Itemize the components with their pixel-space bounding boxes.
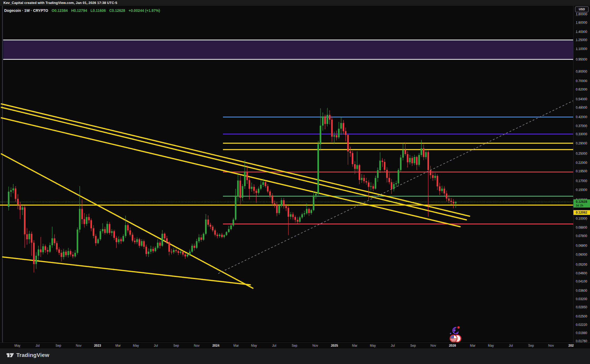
price-tick-label: 0.06800 xyxy=(576,244,587,247)
chart-plot[interactable]: Dogecoin · 1W · CRYPTO O0.12384 H0.12794… xyxy=(0,6,573,342)
time-tick-month: Nov xyxy=(71,344,86,347)
price-tick-label: 0.01980 xyxy=(576,331,587,335)
ohlc-open: O0.12384 xyxy=(52,8,68,13)
tradingview-chart-window: Kev_Capital created with TradingView.com… xyxy=(0,0,590,364)
time-tick-year: 2026 xyxy=(445,344,460,347)
time-tick-year: 2025 xyxy=(327,344,342,347)
time-tick-month: May xyxy=(484,344,498,347)
tradingview-logo-icon xyxy=(6,352,14,358)
price-tick-label: 0.08800 xyxy=(576,226,587,229)
time-tick-month: Jul xyxy=(385,344,400,347)
price-tick-label: 0.22000 xyxy=(576,161,587,165)
price-axis[interactable]: USD 1.800001.600001.400001.250001.100000… xyxy=(573,6,590,342)
time-tick-month: Jul xyxy=(267,344,282,347)
price-tick-label: 0.37000 xyxy=(576,124,587,128)
time-tick-month: Mar xyxy=(111,344,125,347)
ohlc-high: H0.12794 xyxy=(71,8,87,13)
candlestick-canvas[interactable] xyxy=(0,6,573,342)
time-tick-month: Nov xyxy=(544,344,558,347)
price-tick-label: 1.60000 xyxy=(576,21,587,24)
time-tick-year: 2023 xyxy=(90,344,105,347)
ohlc-change: +0.00244 (+1.97%) xyxy=(129,8,160,13)
price-tick-label: 0.01760 xyxy=(576,339,587,343)
time-tick-month: Sep xyxy=(169,344,184,347)
us-flag-coins-emoji[interactable] xyxy=(449,334,463,343)
time-tick-month: Nov xyxy=(426,344,441,347)
price-tick-label: 0.04600 xyxy=(576,271,587,275)
time-tick-year: 202 xyxy=(564,344,578,347)
currency-toggle-button[interactable]: USD xyxy=(575,6,589,12)
tradingview-logo-text: TradingView xyxy=(16,352,49,358)
time-tick-month: May xyxy=(365,344,380,347)
time-tick-month: Nov xyxy=(308,344,323,347)
alert-price-label: 0.12082 xyxy=(573,210,590,215)
time-tick-month: Jul xyxy=(149,344,163,347)
price-tick-label: 0.15000 xyxy=(576,188,587,192)
price-tick-label: 0.03200 xyxy=(576,297,587,301)
price-tick-label: 1.10000 xyxy=(576,47,587,51)
price-tick-label: 0.48000 xyxy=(576,106,587,109)
price-tick-label: 0.95000 xyxy=(576,58,587,61)
attribution-text: Kev_Capital created with TradingView.com… xyxy=(3,1,117,5)
time-tick-month: Nov xyxy=(189,344,204,347)
time-tick-month: Mar xyxy=(229,344,243,347)
attribution-bar: Kev_Capital created with TradingView.com… xyxy=(0,0,590,6)
current-price-label: 0.12628 3d 2h xyxy=(573,199,590,208)
resistance-band[interactable] xyxy=(3,40,573,59)
price-tick-label: 0.33000 xyxy=(576,132,587,136)
time-tick-month: Jul xyxy=(30,344,45,347)
time-tick-month: May xyxy=(10,344,25,347)
tradingview-logo[interactable]: TradingView xyxy=(6,352,49,358)
footer-bar: TradingView xyxy=(0,348,590,364)
price-tick-label: 0.10000 xyxy=(576,217,587,220)
bar-countdown: 3d 2h xyxy=(573,204,590,207)
time-tick-month: May xyxy=(129,344,143,347)
price-tick-label: 0.17000 xyxy=(576,179,587,183)
time-tick-month: Mar xyxy=(465,344,480,347)
price-tick-label: 1.80000 xyxy=(576,12,587,16)
price-tick-label: 0.70000 xyxy=(576,79,587,83)
price-tick-label: 0.02850 xyxy=(576,305,587,309)
price-tick-label: 0.05200 xyxy=(576,263,587,266)
price-tick-label: 0.80000 xyxy=(576,70,587,73)
price-tick-label: 0.54000 xyxy=(576,97,587,101)
price-tick-label: 0.02500 xyxy=(576,315,587,318)
price-tick-label: 0.07800 xyxy=(576,234,587,238)
price-tick-label: 0.25000 xyxy=(576,152,587,155)
price-tick-label: 0.29000 xyxy=(576,141,587,145)
ohlc-close: C0.12628 xyxy=(109,8,125,13)
price-tick-label: 1.25000 xyxy=(576,38,587,42)
price-tick-label: 0.04100 xyxy=(576,280,587,283)
symbol-title[interactable]: Dogecoin · 1W · CRYPTO xyxy=(4,8,48,13)
time-tick-month: Sep xyxy=(51,344,66,347)
current-price-value: 0.12628 xyxy=(573,200,590,204)
price-tick-label: 0.06000 xyxy=(576,253,587,256)
time-tick-month: Sep xyxy=(287,344,302,347)
time-tick-year: 2024 xyxy=(208,344,223,347)
time-axis[interactable]: MayJulSepNov2023MarMayJulSepNov2024MarMa… xyxy=(0,342,590,348)
price-tick-label: 0.03600 xyxy=(576,289,587,292)
time-tick-month: Sep xyxy=(524,344,538,347)
price-tick-label: 0.42000 xyxy=(576,115,587,119)
time-tick-month: Jul xyxy=(503,344,518,347)
price-tick-label: 0.62000 xyxy=(576,88,587,91)
time-tick-month: Mar xyxy=(347,344,362,347)
price-tick-label: 0.02220 xyxy=(576,323,587,327)
ohlc-low: L0.11606 xyxy=(90,8,106,13)
time-tick-month: Sep xyxy=(406,344,420,347)
price-tick-label: 1.40000 xyxy=(576,30,587,34)
time-tick-month: May xyxy=(247,344,261,347)
symbol-info-row: Dogecoin · 1W · CRYPTO O0.12384 H0.12794… xyxy=(4,8,160,13)
chart-left-border xyxy=(2,6,3,342)
price-tick-label: 0.19500 xyxy=(576,169,587,173)
